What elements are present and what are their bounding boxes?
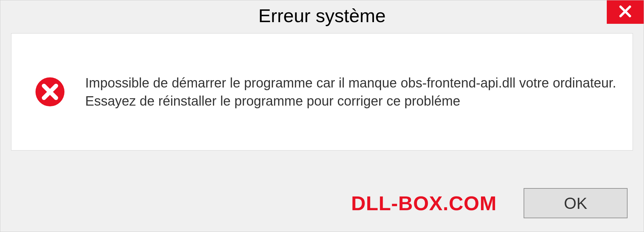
content-area: Impossible de démarrer le programme car … (11, 33, 633, 151)
error-message: Impossible de démarrer le programme car … (85, 74, 619, 110)
close-button[interactable] (607, 0, 644, 24)
watermark-text: DLL-BOX.COM (351, 192, 497, 215)
footer: DLL-BOX.COM OK (0, 188, 644, 218)
error-dialog: Erreur système Impossible de démarrer le… (0, 0, 644, 232)
dialog-title: Erreur système (258, 5, 386, 26)
error-icon (35, 77, 65, 107)
ok-button[interactable]: OK (524, 188, 628, 218)
close-icon (619, 5, 632, 19)
titlebar: Erreur système (0, 0, 644, 31)
ok-button-label: OK (564, 194, 587, 213)
